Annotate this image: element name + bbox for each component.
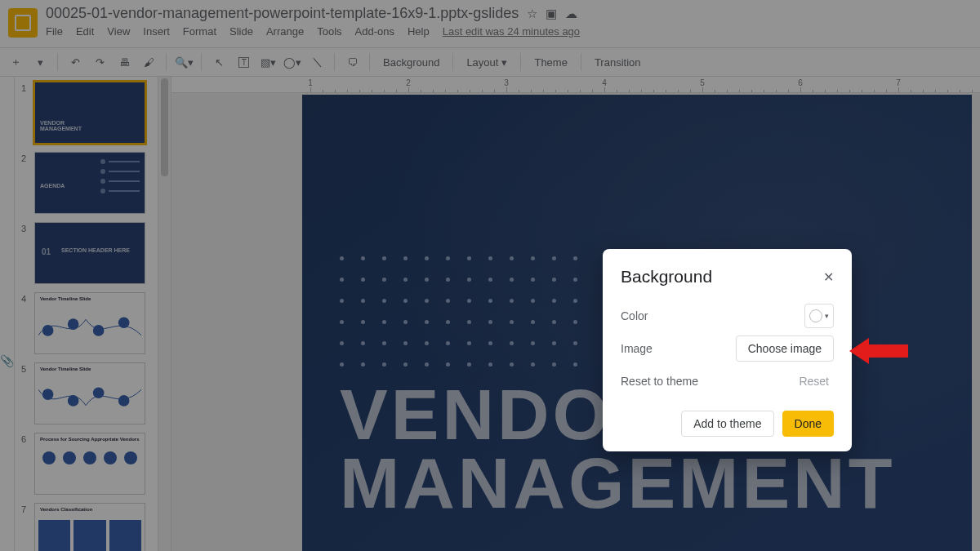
add-to-theme-button[interactable]: Add to theme <box>681 411 773 437</box>
background-dialog: Background ✕ Color ▾ Image Choose image … <box>603 249 852 451</box>
choose-image-button[interactable]: Choose image <box>736 335 834 362</box>
svg-marker-8 <box>849 338 908 364</box>
dialog-title: Background <box>621 267 712 287</box>
reset-button: Reset <box>794 369 834 393</box>
reset-label: Reset to theme <box>621 375 698 388</box>
close-icon[interactable]: ✕ <box>823 269 834 285</box>
color-picker[interactable]: ▾ <box>804 304 834 328</box>
annotation-arrow <box>849 336 908 366</box>
done-button[interactable]: Done <box>782 411 834 437</box>
color-label: Color <box>621 309 648 322</box>
image-label: Image <box>621 342 653 355</box>
